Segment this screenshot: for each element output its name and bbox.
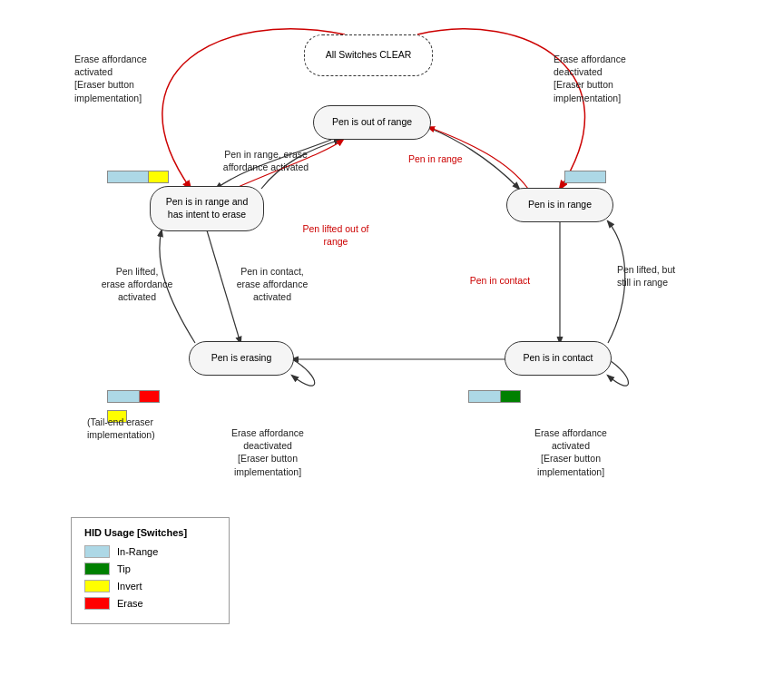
label-pen-in-range: Pen in range [408,152,490,165]
legend-swatch-invert [84,580,110,592]
legend-swatch-in-range [84,545,110,558]
label-pen-lifted-out-of-range: Pen lifted out ofrange [281,222,390,248]
legend-item-invert: Invert [84,580,216,592]
label-pen-lifted-still-in-range: Pen lifted, butstill in range [617,263,708,289]
state-pen-in-range-erase: Pen is in range andhas intent to erase [150,186,264,231]
diagram-container: All Switches CLEAR Pen is out of range P… [0,0,784,685]
state-pen-in-contact: Pen is in contact [505,341,612,376]
state-pen-in-range: Pen is in range [506,188,613,222]
legend-label-tip: Tip [117,563,131,574]
state-all-switches-clear: All Switches CLEAR [304,34,433,76]
color-bar-bottom-left-1 [107,390,160,403]
legend-swatch-erase [84,597,110,610]
legend-item-in-range: In-Range [84,545,216,558]
state-pen-erasing: Pen is erasing [189,341,294,376]
legend-box: HID Usage [Switches] In-Range Tip Invert… [71,517,230,624]
label-pen-lifted-erase: Pen lifted,erase affordanceactivated [87,265,187,304]
label-erase-deactivated-bottom: Erase affordancedeactivated[Eraser butto… [209,426,327,478]
state-pen-out-of-range: Pen is out of range [313,105,431,140]
label-pen-in-range-erase-activated: Pen in range, eraseaffordance activated [207,148,325,173]
legend-label-in-range: In-Range [117,546,158,557]
color-bar-top-left [107,171,169,183]
legend-item-erase: Erase [84,597,216,610]
legend-item-tip: Tip [84,563,216,575]
label-pen-in-contact-right: Pen in contact [459,274,541,287]
color-bar-bottom-right [468,390,521,403]
label-pen-in-contact-erase: Pen in contact,erase affordanceactivated [218,265,327,304]
label-erase-activated-left: Erase affordanceactivated[Eraser buttoni… [74,53,201,104]
label-erase-activated-bottom-right: Erase affordanceactivated[Eraser buttoni… [512,426,630,478]
label-tail-end-eraser: (Tail-end eraserimplementation) [87,416,196,441]
label-erase-deactivated-right: Erase affordancedeactivated[Eraser butto… [554,53,690,104]
color-bar-top-right [564,171,606,183]
legend-label-invert: Invert [117,581,142,592]
legend-label-erase: Erase [117,598,143,609]
legend-swatch-tip [84,563,110,575]
legend-title: HID Usage [Switches] [84,527,216,538]
